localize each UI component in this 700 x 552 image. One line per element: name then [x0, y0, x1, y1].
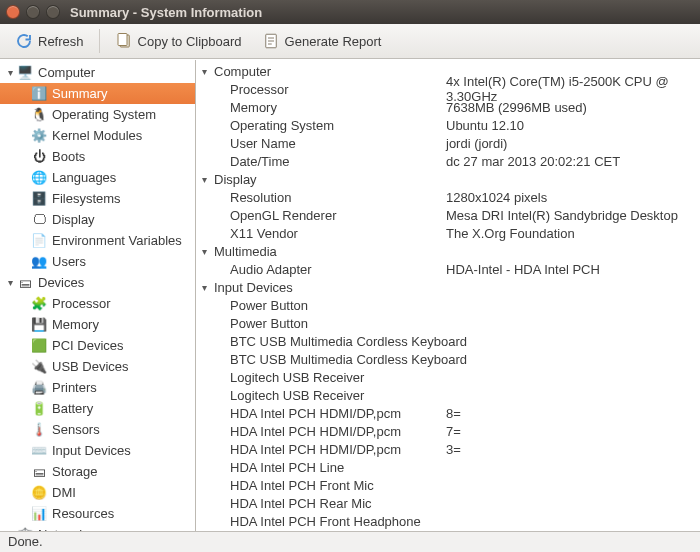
sidebar-item-printers[interactable]: 🖨️ Printers [0, 377, 195, 398]
kv-os: Operating SystemUbuntu 12.10 [196, 116, 700, 134]
power-icon: ⏻ [30, 148, 48, 166]
window-close-icon[interactable] [6, 5, 20, 19]
refresh-label: Refresh [38, 34, 84, 49]
sidebar-label: Languages [52, 170, 116, 185]
info-icon: ℹ️ [30, 85, 48, 103]
sidebar-item-languages[interactable]: 🌐 Languages [0, 167, 195, 188]
sidebar-label: PCI Devices [52, 338, 124, 353]
list-item: BTC USB Multimedia Cordless Keyboard [196, 332, 700, 350]
kv-datetime: Date/Timedc 27 mar 2013 20:02:21 CET [196, 152, 700, 170]
sidebar-item-usb[interactable]: 🔌 USB Devices [0, 356, 195, 377]
list-item: Power Button [196, 296, 700, 314]
sidebar-label: Boots [52, 149, 85, 164]
os-icon: 🐧 [30, 106, 48, 124]
sidebar-label: Environment Variables [52, 233, 182, 248]
status-bar: Done. [0, 531, 700, 552]
chevron-down-icon: ▾ [202, 174, 214, 185]
section-heading: Input Devices [214, 280, 293, 295]
sidebar-item-sensors[interactable]: 🌡️ Sensors [0, 419, 195, 440]
section-display[interactable]: ▾ Display [196, 170, 700, 188]
sidebar-label: DMI [52, 485, 76, 500]
sidebar-tree: ▾ 🖥️ Computer ℹ️ Summary 🐧 Operating Sys… [0, 60, 196, 531]
sidebar-item-resources[interactable]: 📊 Resources [0, 503, 195, 524]
refresh-button[interactable]: Refresh [6, 27, 93, 55]
section-multimedia[interactable]: ▾ Multimedia [196, 242, 700, 260]
pci-icon: 🟩 [30, 337, 48, 355]
sidebar-item-os[interactable]: 🐧 Operating System [0, 104, 195, 125]
sidebar-label: Processor [52, 296, 111, 311]
window-maximize-icon[interactable] [46, 5, 60, 19]
sidebar-label: USB Devices [52, 359, 129, 374]
sidebar-item-dmi[interactable]: 🪙 DMI [0, 482, 195, 503]
sidebar-item-storage[interactable]: 🖴 Storage [0, 461, 195, 482]
section-heading: Computer [214, 64, 271, 79]
toolbar: Refresh Copy to Clipboard Generate Repor… [0, 24, 700, 59]
window-titlebar: Summary - System Information [0, 0, 700, 24]
thermometer-icon: 🌡️ [30, 421, 48, 439]
sidebar-item-summary[interactable]: ℹ️ Summary [0, 83, 195, 104]
sidebar-item-boots[interactable]: ⏻ Boots [0, 146, 195, 167]
sidebar-item-memory[interactable]: 💾 Memory [0, 314, 195, 335]
cpu-icon: 🧩 [30, 295, 48, 313]
sidebar-item-input[interactable]: ⌨️ Input Devices [0, 440, 195, 461]
toolbar-separator [99, 29, 100, 53]
chevron-down-icon: ▾ [202, 66, 214, 77]
card-icon: 🖴 [16, 274, 34, 292]
expand-icon: ▾ [4, 277, 16, 288]
sidebar-item-kernel[interactable]: ⚙️ Kernel Modules [0, 125, 195, 146]
sidebar-item-devices[interactable]: ▾ 🖴 Devices [0, 272, 195, 293]
sidebar-label: Kernel Modules [52, 128, 142, 143]
kv-hdmi1: HDA Intel PCH HDMI/DP,pcm7= [196, 422, 700, 440]
list-item: Logitech USB Receiver [196, 368, 700, 386]
report-button[interactable]: Generate Report [253, 27, 391, 55]
computer-icon: 🖥️ [16, 64, 34, 82]
report-label: Generate Report [285, 34, 382, 49]
usb-icon: 🔌 [30, 358, 48, 376]
section-heading: Multimedia [214, 244, 277, 259]
sidebar-label: Summary [52, 86, 108, 101]
sidebar-label: Filesystems [52, 191, 121, 206]
copy-button[interactable]: Copy to Clipboard [106, 27, 251, 55]
sidebar-label: Display [52, 212, 95, 227]
window-title: Summary - System Information [70, 5, 262, 20]
sidebar-item-filesystems[interactable]: 🗄️ Filesystems [0, 188, 195, 209]
kv-resolution: Resolution1280x1024 pixels [196, 188, 700, 206]
sidebar-label: Devices [38, 275, 84, 290]
globe-icon: 🌐 [30, 169, 48, 187]
sidebar-item-network[interactable]: ▸ 🕸️ Network [0, 524, 195, 531]
keyboard-icon: ⌨️ [30, 442, 48, 460]
chevron-down-icon: ▾ [202, 282, 214, 293]
copy-label: Copy to Clipboard [138, 34, 242, 49]
board-icon: 🪙 [30, 484, 48, 502]
memory-icon: 💾 [30, 316, 48, 334]
folder-icon: 🗄️ [30, 190, 48, 208]
kv-user: User Namejordi (jordi) [196, 134, 700, 152]
sidebar-label: Storage [52, 464, 98, 479]
clipboard-icon [115, 32, 133, 50]
sidebar-label: Resources [52, 506, 114, 521]
list-item: BTC USB Multimedia Cordless Keyboard [196, 350, 700, 368]
section-input[interactable]: ▾ Input Devices [196, 278, 700, 296]
kernel-icon: ⚙️ [30, 127, 48, 145]
sidebar-item-users[interactable]: 👥 Users [0, 251, 195, 272]
sidebar-label: Users [52, 254, 86, 269]
sidebar-label: Memory [52, 317, 99, 332]
svg-rect-1 [118, 34, 127, 46]
battery-icon: 🔋 [30, 400, 48, 418]
sidebar-label: Sensors [52, 422, 100, 437]
content-pane: ▾ Computer Processor4x Intel(R) Core(TM)… [196, 60, 700, 531]
sidebar-label: Battery [52, 401, 93, 416]
kv-audio: Audio AdapterHDA-Intel - HDA Intel PCH [196, 260, 700, 278]
env-icon: 📄 [30, 232, 48, 250]
sidebar-item-env[interactable]: 📄 Environment Variables [0, 230, 195, 251]
resources-icon: 📊 [30, 505, 48, 523]
window-minimize-icon[interactable] [26, 5, 40, 19]
sidebar-item-computer[interactable]: ▾ 🖥️ Computer [0, 62, 195, 83]
sidebar-item-pci[interactable]: 🟩 PCI Devices [0, 335, 195, 356]
sidebar-label: Operating System [52, 107, 156, 122]
status-text: Done. [8, 534, 43, 549]
sidebar-item-battery[interactable]: 🔋 Battery [0, 398, 195, 419]
sidebar-item-display[interactable]: 🖵 Display [0, 209, 195, 230]
sidebar-item-processor[interactable]: 🧩 Processor [0, 293, 195, 314]
refresh-icon [15, 32, 33, 50]
